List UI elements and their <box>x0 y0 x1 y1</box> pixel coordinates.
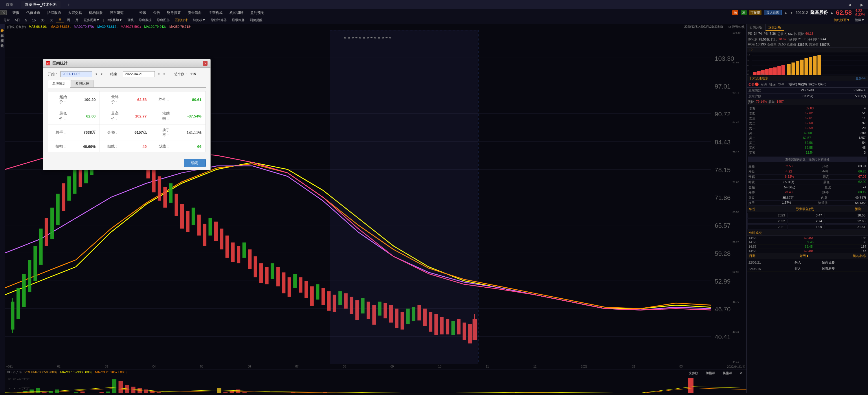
btn-export-chart[interactable]: 导出图形 <box>155 18 172 23</box>
trade-row-1: 14:56 62.45↑ 166 <box>747 236 868 240</box>
right-panel: 行情分析 深度分析 PE 34.74 PB 7.36 总收入 562亿 同比 6… <box>746 24 868 393</box>
btn-tong[interactable]: 通 <box>741 10 747 15</box>
start-prev-btn[interactable]: < <box>95 72 98 76</box>
left-tab-time[interactable]: 分时成交 <box>0 39 5 44</box>
forecast-eps-2022: 2.74 <box>787 218 824 224</box>
qfii-tag[interactable]: QFII <box>778 83 784 86</box>
end-date-input[interactable] <box>123 71 155 77</box>
fund-tag[interactable]: 公募🔴 <box>748 83 759 86</box>
timeframe-week[interactable]: 周 <box>65 18 72 23</box>
nav-main-biz[interactable]: 主营构成 <box>205 9 226 16</box>
profit-yoy: 18.87 <box>779 37 787 42</box>
header-bar: 首页 隆基股份_技术分析 + ◀ ▶ <box>0 0 868 9</box>
profit-yoy-label: 同比 <box>771 37 777 42</box>
intraday-trades: 14:56 62.45↑ 166 14:56 62.45 86 14:56 62… <box>747 236 868 253</box>
right-panel-tabs: 行情分析 深度分析 <box>747 24 868 31</box>
tab-market-analysis[interactable]: 行情分析 <box>747 24 766 31</box>
nav-hushen[interactable]: 沪深股通 <box>44 9 65 16</box>
btn-ex-calc[interactable]: 除权计算器 <box>208 18 229 23</box>
private-tag[interactable]: 私募 <box>761 83 767 86</box>
dialog-footer: 确定 <box>43 156 210 170</box>
change-amount: -4.22 <box>854 9 865 13</box>
trade-row-4: 14:56 62.49↑ 147 <box>747 249 868 253</box>
timeframe-5[interactable]: 5 <box>23 18 29 23</box>
tab-multi-stock[interactable]: 多股比较 <box>71 80 93 87</box>
timeframe-15[interactable]: 15 <box>30 18 38 23</box>
arrow-down-icon[interactable]: ▼ <box>790 11 793 15</box>
btn-show-suspend[interactable]: 显示停牌 <box>229 18 247 23</box>
btn-interval-stats[interactable]: 区间统计 <box>173 18 190 23</box>
order-book: 卖五 62.63 4 卖四 62.62 51 卖三 62.61 11 卖二 62… <box>747 105 868 163</box>
dialog-close-btn[interactable]: ✕ <box>203 61 208 66</box>
btn-price-alert[interactable]: 到价提醒 <box>247 18 265 23</box>
nav-valuation[interactable]: 估值通道 <box>23 9 44 16</box>
end-label: 结束： <box>110 72 121 77</box>
view-full-book-banner[interactable]: 查看完整买卖盘，请点此 付费开通 <box>748 157 867 162</box>
timeframe-60[interactable]: 60 <box>48 18 56 23</box>
social-security-tag[interactable]: 社保 <box>769 83 776 86</box>
pe-label: PE <box>748 32 752 36</box>
forecast-pe-2023: 18.05 <box>825 213 867 218</box>
btn-draw[interactable]: 画线 <box>125 18 136 23</box>
nav-profit-forecast[interactable]: 盈利预测 <box>247 9 268 16</box>
timeframe-more[interactable]: 更多周期▼ <box>81 18 102 23</box>
nav-inst-research[interactable]: 机构调研 <box>226 9 247 16</box>
arrow-up-icon[interactable]: ▲ <box>784 11 787 15</box>
btn-watchlist[interactable]: 加入自选 <box>764 10 782 16</box>
end-next-btn[interactable]: > <box>163 72 166 76</box>
timeframe-30[interactable]: 30 <box>39 18 47 23</box>
total-label: 总个数： <box>174 72 188 77</box>
stock-price-header: 62.58 <box>836 9 852 17</box>
tab-active[interactable]: 隆基股份_技术分析 <box>22 1 61 8</box>
nav-cashflow[interactable]: 资金流向 <box>184 9 205 16</box>
forward-btn[interactable]: ▶ <box>858 1 866 8</box>
timeframe-day[interactable]: 日 <box>56 17 64 23</box>
shareholder-dates: 股东情况 21-09-30 21-06-30 <box>747 88 868 93</box>
nav-news[interactable]: 资讯 <box>136 9 150 16</box>
f9-badge[interactable]: F9 <box>0 10 7 15</box>
timeframe-month[interactable]: 月 <box>73 18 81 23</box>
inst-date-label: 日期 <box>749 254 755 258</box>
btn-kline-overlay[interactable]: K线叠加▼ <box>105 18 124 23</box>
svg-rect-176 <box>800 60 804 75</box>
trade-row-3: 14:56 62.45 134 <box>747 245 868 249</box>
btn-export-data[interactable]: 导出数据 <box>136 18 154 23</box>
dialog-tabs: 单股统计 多股比较 <box>48 80 206 88</box>
confirm-button[interactable]: 确定 <box>184 159 206 167</box>
change-pct: -6.32% <box>854 13 865 17</box>
btn-rong[interactable]: 融 <box>732 10 738 15</box>
debt-label: 负债率 <box>767 42 777 47</box>
tab-deep-analysis[interactable]: 深度分析 <box>766 24 784 31</box>
nav-shareholder[interactable]: 股东研究 <box>106 9 127 16</box>
nav-research[interactable]: 研报 <box>9 9 23 16</box>
btn-ex-rights[interactable]: 前复权▼ <box>190 18 208 23</box>
btn-hide[interactable]: 隐藏▼ <box>852 18 867 23</box>
timeframe-1min[interactable]: 分时 <box>1 18 12 23</box>
nav-notice[interactable]: 公告 <box>150 9 163 16</box>
tab-home[interactable]: 首页 <box>2 1 17 8</box>
profit-trend-label: 12 <box>749 48 752 52</box>
shareholder-filter: 公募🔴 私募 社保 QFII 1家(0) 0家(0) 0家(0) 1家(0) <box>747 81 868 88</box>
left-tab-basic[interactable]: 基本资料 <box>0 29 5 34</box>
dialog-checkbox-icon[interactable] <box>46 61 50 65</box>
shareholders-more[interactable]: 更多>> <box>856 76 866 81</box>
new-tab-btn[interactable]: + <box>65 1 72 8</box>
left-tab-depth[interactable]: 深度资料 <box>0 34 5 39</box>
nav-inst-holding[interactable]: 机构持股 <box>85 9 106 16</box>
label-turnover: 换手率： <box>151 124 174 141</box>
buy-4-vol: 45 <box>862 146 866 150</box>
btn-convertible[interactable]: 可转债 <box>749 10 762 15</box>
start-next-btn[interactable]: > <box>100 72 103 76</box>
left-tab-technical[interactable]: 技术分析 <box>0 24 5 29</box>
timeframe-5day[interactable]: 5日 <box>13 18 22 23</box>
trade-time-2: 14:56 <box>748 241 756 244</box>
shareholder-count-row: 股东户数 63.25万 53.00万 <box>747 93 868 99</box>
btn-simple-view[interactable]: 简约版面▼ <box>832 18 852 23</box>
back-btn[interactable]: ◀ <box>846 1 854 8</box>
nav-financial[interactable]: 财务摘要 <box>163 9 184 16</box>
info-row-7: 外盘35.32万 内盘49.74万 <box>748 195 867 201</box>
nav-block-trade[interactable]: 大宗交易 <box>65 9 85 16</box>
start-date-input[interactable] <box>61 71 92 77</box>
tab-single-stock[interactable]: 单股统计 <box>48 80 70 88</box>
end-prev-btn[interactable]: < <box>157 72 160 76</box>
